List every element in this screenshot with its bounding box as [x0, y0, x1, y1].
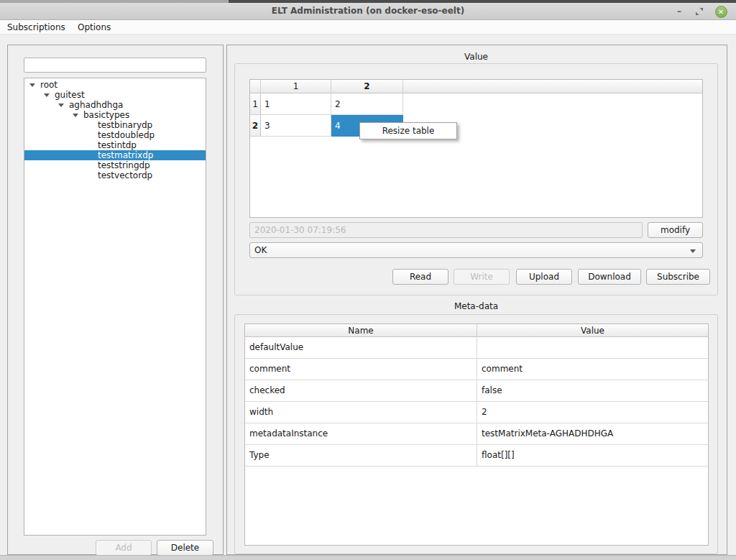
metadata-group-title: Meta-data [234, 301, 718, 311]
tree-item-testvectordp[interactable]: testvectordp [24, 170, 206, 180]
tree-item-testdoubledp[interactable]: testdoubledp [24, 130, 206, 140]
window-bottom-edge [0, 555, 736, 560]
add-button[interactable]: Add [96, 540, 152, 556]
metadata-cell-name[interactable]: width [245, 402, 477, 423]
metadata-table: Name Value defaultValue comment comment … [244, 323, 709, 546]
status-combobox[interactable]: OK [249, 242, 703, 258]
tree-item-testmatrixdp[interactable]: testmatrixdp [24, 150, 206, 160]
detail-panel: Value 1 2 1 2 1 2 3 4 Resize table modif… [226, 45, 727, 555]
status-combobox-value: OK [254, 245, 267, 255]
metadata-cell-name[interactable]: checked [245, 380, 477, 402]
metadata-cell-name[interactable]: defaultValue [245, 337, 477, 359]
menubar: Subscriptions Options [0, 20, 736, 35]
metadata-cell-value[interactable]: comment [477, 359, 708, 380]
matrix-col-header-1[interactable]: 1 [261, 80, 331, 93]
matrix-cell-1-1[interactable]: 1 [261, 93, 331, 115]
metadata-header-value[interactable]: Value [477, 324, 708, 337]
context-menu: Resize table [359, 122, 457, 139]
tree-panel: root guitest aghadhdhga basictypes testb… [7, 45, 224, 555]
metadata-cell-value[interactable]: float[][] [477, 445, 708, 467]
matrix-row-header-2[interactable]: 2 [250, 115, 261, 137]
tree-item-teststringdp[interactable]: teststringdp [24, 160, 206, 170]
expander-icon[interactable] [73, 114, 78, 117]
metadata-cell-name[interactable]: comment [245, 359, 477, 380]
window-title: ELT Administration (on docker-eso-eelt) [0, 6, 736, 16]
matrix-cell-2-1[interactable]: 3 [261, 115, 331, 137]
table-row: metadataInstance testMatrixMeta-AGHADHDH… [245, 423, 708, 445]
menu-subscriptions[interactable]: Subscriptions [3, 21, 70, 34]
minimize-button[interactable]: – [670, 3, 689, 20]
table-row: comment comment [245, 359, 708, 380]
metadata-cell-value[interactable] [477, 337, 708, 359]
expander-icon[interactable] [29, 83, 35, 87]
matrix-row-header-1[interactable]: 1 [250, 93, 261, 115]
timestamp-field[interactable] [249, 222, 643, 238]
download-button[interactable]: Download [578, 269, 641, 285]
table-row: width 2 [245, 402, 708, 423]
context-menu-item-resize-table[interactable]: Resize table [360, 123, 456, 139]
matrix-cell-1-2[interactable]: 2 [331, 93, 403, 115]
read-button[interactable]: Read [392, 269, 448, 285]
tree-item-basictypes[interactable]: basictypes [24, 110, 206, 120]
table-row: checked false [245, 380, 708, 402]
upload-button[interactable]: Upload [516, 269, 572, 285]
modify-button[interactable]: modify [648, 222, 703, 238]
metadata-cell-name[interactable]: metadataInstance [245, 423, 477, 445]
metadata-cell-name[interactable]: Type [245, 445, 477, 467]
tree-item-testintdp[interactable]: testintdp [24, 140, 206, 150]
metadata-cell-value[interactable]: testMatrixMeta-AGHADHDHGA [477, 423, 708, 445]
metadata-header-name[interactable]: Name [245, 324, 477, 337]
value-group: 1 2 1 2 1 2 3 4 Resize table modify OK R… [234, 63, 718, 295]
tree-item-testbinarydp[interactable]: testbinarydp [24, 120, 206, 130]
matrix-col-header-2[interactable]: 2 [331, 80, 403, 93]
datapoint-tree: root guitest aghadhdhga basictypes testb… [24, 78, 206, 536]
expander-icon[interactable] [58, 104, 64, 107]
metadata-cell-value[interactable]: false [477, 380, 708, 402]
table-row: Type float[][] [245, 445, 708, 467]
subscribe-button[interactable]: Subscribe [646, 269, 710, 285]
close-button[interactable]: ✕ [712, 3, 730, 20]
expander-icon[interactable] [44, 93, 50, 97]
restore-button[interactable] [690, 3, 709, 20]
metadata-group: Name Value defaultValue comment comment … [234, 314, 718, 554]
value-group-title: Value [234, 52, 718, 62]
chevron-down-icon [690, 249, 696, 253]
tree-item-guitest[interactable]: guitest [24, 90, 206, 100]
titlebar: ELT Administration (on docker-eso-eelt) … [0, 3, 736, 20]
table-row: defaultValue [245, 337, 708, 359]
delete-button[interactable]: Delete [157, 540, 213, 556]
metadata-table-header: Name Value [245, 324, 708, 337]
tree-item-root[interactable]: root [24, 80, 206, 90]
matrix-corner-header[interactable] [250, 80, 261, 93]
search-input[interactable] [24, 58, 206, 73]
restore-icon [696, 7, 703, 17]
menu-options[interactable]: Options [73, 21, 115, 34]
close-icon: ✕ [715, 6, 727, 18]
write-button[interactable]: Write [454, 269, 510, 285]
metadata-cell-value[interactable]: 2 [477, 402, 708, 423]
tree-item-aghadhdhga[interactable]: aghadhdhga [24, 100, 206, 110]
matrix-value-table: 1 2 1 2 1 2 3 4 [249, 79, 703, 218]
